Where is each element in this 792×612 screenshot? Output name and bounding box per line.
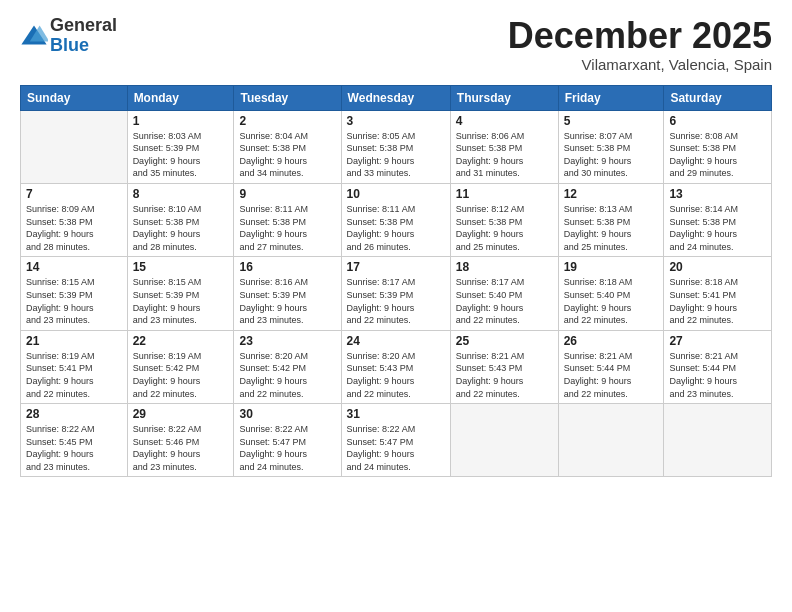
- calendar-cell: 26Sunrise: 8:21 AM Sunset: 5:44 PM Dayli…: [558, 330, 664, 403]
- calendar-cell: 5Sunrise: 8:07 AM Sunset: 5:38 PM Daylig…: [558, 110, 664, 183]
- day-number: 6: [669, 114, 766, 128]
- day-info: Sunrise: 8:15 AM Sunset: 5:39 PM Dayligh…: [133, 276, 229, 326]
- calendar-week-row: 7Sunrise: 8:09 AM Sunset: 5:38 PM Daylig…: [21, 183, 772, 256]
- day-info: Sunrise: 8:15 AM Sunset: 5:39 PM Dayligh…: [26, 276, 122, 326]
- day-info: Sunrise: 8:09 AM Sunset: 5:38 PM Dayligh…: [26, 203, 122, 253]
- day-info: Sunrise: 8:18 AM Sunset: 5:41 PM Dayligh…: [669, 276, 766, 326]
- day-info: Sunrise: 8:11 AM Sunset: 5:38 PM Dayligh…: [239, 203, 335, 253]
- page: General Blue December 2025 Vilamarxant, …: [0, 0, 792, 612]
- day-info: Sunrise: 8:04 AM Sunset: 5:38 PM Dayligh…: [239, 130, 335, 180]
- col-saturday: Saturday: [664, 85, 772, 110]
- calendar-cell: 3Sunrise: 8:05 AM Sunset: 5:38 PM Daylig…: [341, 110, 450, 183]
- day-info: Sunrise: 8:06 AM Sunset: 5:38 PM Dayligh…: [456, 130, 553, 180]
- calendar-cell: 21Sunrise: 8:19 AM Sunset: 5:41 PM Dayli…: [21, 330, 128, 403]
- calendar-week-row: 1Sunrise: 8:03 AM Sunset: 5:39 PM Daylig…: [21, 110, 772, 183]
- col-wednesday: Wednesday: [341, 85, 450, 110]
- day-number: 21: [26, 334, 122, 348]
- day-number: 24: [347, 334, 445, 348]
- month-title: December 2025: [508, 16, 772, 56]
- day-number: 8: [133, 187, 229, 201]
- day-number: 16: [239, 260, 335, 274]
- day-number: 3: [347, 114, 445, 128]
- calendar-cell: 24Sunrise: 8:20 AM Sunset: 5:43 PM Dayli…: [341, 330, 450, 403]
- col-tuesday: Tuesday: [234, 85, 341, 110]
- calendar-cell: 7Sunrise: 8:09 AM Sunset: 5:38 PM Daylig…: [21, 183, 128, 256]
- day-number: 9: [239, 187, 335, 201]
- day-number: 18: [456, 260, 553, 274]
- day-info: Sunrise: 8:11 AM Sunset: 5:38 PM Dayligh…: [347, 203, 445, 253]
- calendar-cell: 19Sunrise: 8:18 AM Sunset: 5:40 PM Dayli…: [558, 257, 664, 330]
- title-section: December 2025 Vilamarxant, Valencia, Spa…: [508, 16, 772, 73]
- day-number: 2: [239, 114, 335, 128]
- day-number: 20: [669, 260, 766, 274]
- day-number: 7: [26, 187, 122, 201]
- day-info: Sunrise: 8:12 AM Sunset: 5:38 PM Dayligh…: [456, 203, 553, 253]
- calendar-cell: 9Sunrise: 8:11 AM Sunset: 5:38 PM Daylig…: [234, 183, 341, 256]
- day-info: Sunrise: 8:08 AM Sunset: 5:38 PM Dayligh…: [669, 130, 766, 180]
- calendar-cell: 14Sunrise: 8:15 AM Sunset: 5:39 PM Dayli…: [21, 257, 128, 330]
- day-info: Sunrise: 8:21 AM Sunset: 5:44 PM Dayligh…: [669, 350, 766, 400]
- calendar-cell: 29Sunrise: 8:22 AM Sunset: 5:46 PM Dayli…: [127, 404, 234, 477]
- day-info: Sunrise: 8:20 AM Sunset: 5:42 PM Dayligh…: [239, 350, 335, 400]
- day-number: 30: [239, 407, 335, 421]
- day-info: Sunrise: 8:19 AM Sunset: 5:42 PM Dayligh…: [133, 350, 229, 400]
- calendar-cell: 11Sunrise: 8:12 AM Sunset: 5:38 PM Dayli…: [450, 183, 558, 256]
- day-number: 22: [133, 334, 229, 348]
- day-info: Sunrise: 8:07 AM Sunset: 5:38 PM Dayligh…: [564, 130, 659, 180]
- col-monday: Monday: [127, 85, 234, 110]
- day-number: 15: [133, 260, 229, 274]
- calendar-cell: 20Sunrise: 8:18 AM Sunset: 5:41 PM Dayli…: [664, 257, 772, 330]
- calendar-cell: 17Sunrise: 8:17 AM Sunset: 5:39 PM Dayli…: [341, 257, 450, 330]
- calendar-cell: 6Sunrise: 8:08 AM Sunset: 5:38 PM Daylig…: [664, 110, 772, 183]
- day-number: 12: [564, 187, 659, 201]
- header: General Blue December 2025 Vilamarxant, …: [20, 16, 772, 73]
- calendar-week-row: 21Sunrise: 8:19 AM Sunset: 5:41 PM Dayli…: [21, 330, 772, 403]
- calendar-cell: 2Sunrise: 8:04 AM Sunset: 5:38 PM Daylig…: [234, 110, 341, 183]
- day-info: Sunrise: 8:13 AM Sunset: 5:38 PM Dayligh…: [564, 203, 659, 253]
- day-info: Sunrise: 8:20 AM Sunset: 5:43 PM Dayligh…: [347, 350, 445, 400]
- col-thursday: Thursday: [450, 85, 558, 110]
- day-number: 10: [347, 187, 445, 201]
- calendar-cell: [664, 404, 772, 477]
- day-number: 28: [26, 407, 122, 421]
- col-sunday: Sunday: [21, 85, 128, 110]
- day-info: Sunrise: 8:22 AM Sunset: 5:45 PM Dayligh…: [26, 423, 122, 473]
- day-number: 11: [456, 187, 553, 201]
- day-number: 1: [133, 114, 229, 128]
- calendar-cell: 18Sunrise: 8:17 AM Sunset: 5:40 PM Dayli…: [450, 257, 558, 330]
- logo-text: General Blue: [50, 16, 117, 56]
- calendar-cell: 23Sunrise: 8:20 AM Sunset: 5:42 PM Dayli…: [234, 330, 341, 403]
- calendar-cell: 31Sunrise: 8:22 AM Sunset: 5:47 PM Dayli…: [341, 404, 450, 477]
- calendar-cell: [21, 110, 128, 183]
- day-number: 27: [669, 334, 766, 348]
- day-number: 23: [239, 334, 335, 348]
- calendar-week-row: 28Sunrise: 8:22 AM Sunset: 5:45 PM Dayli…: [21, 404, 772, 477]
- calendar-cell: 10Sunrise: 8:11 AM Sunset: 5:38 PM Dayli…: [341, 183, 450, 256]
- calendar-cell: 12Sunrise: 8:13 AM Sunset: 5:38 PM Dayli…: [558, 183, 664, 256]
- day-number: 5: [564, 114, 659, 128]
- day-info: Sunrise: 8:16 AM Sunset: 5:39 PM Dayligh…: [239, 276, 335, 326]
- day-number: 17: [347, 260, 445, 274]
- calendar-cell: [450, 404, 558, 477]
- logo-icon: [20, 22, 48, 50]
- day-info: Sunrise: 8:10 AM Sunset: 5:38 PM Dayligh…: [133, 203, 229, 253]
- logo: General Blue: [20, 16, 117, 56]
- location-label: Vilamarxant, Valencia, Spain: [508, 56, 772, 73]
- day-info: Sunrise: 8:22 AM Sunset: 5:47 PM Dayligh…: [239, 423, 335, 473]
- day-number: 26: [564, 334, 659, 348]
- day-number: 14: [26, 260, 122, 274]
- day-number: 4: [456, 114, 553, 128]
- col-friday: Friday: [558, 85, 664, 110]
- day-info: Sunrise: 8:17 AM Sunset: 5:40 PM Dayligh…: [456, 276, 553, 326]
- calendar-cell: 4Sunrise: 8:06 AM Sunset: 5:38 PM Daylig…: [450, 110, 558, 183]
- day-number: 29: [133, 407, 229, 421]
- day-info: Sunrise: 8:17 AM Sunset: 5:39 PM Dayligh…: [347, 276, 445, 326]
- calendar-header-row: Sunday Monday Tuesday Wednesday Thursday…: [21, 85, 772, 110]
- day-info: Sunrise: 8:22 AM Sunset: 5:47 PM Dayligh…: [347, 423, 445, 473]
- day-info: Sunrise: 8:19 AM Sunset: 5:41 PM Dayligh…: [26, 350, 122, 400]
- day-info: Sunrise: 8:22 AM Sunset: 5:46 PM Dayligh…: [133, 423, 229, 473]
- day-number: 25: [456, 334, 553, 348]
- day-number: 19: [564, 260, 659, 274]
- calendar-table: Sunday Monday Tuesday Wednesday Thursday…: [20, 85, 772, 478]
- logo-general-label: General: [50, 16, 117, 36]
